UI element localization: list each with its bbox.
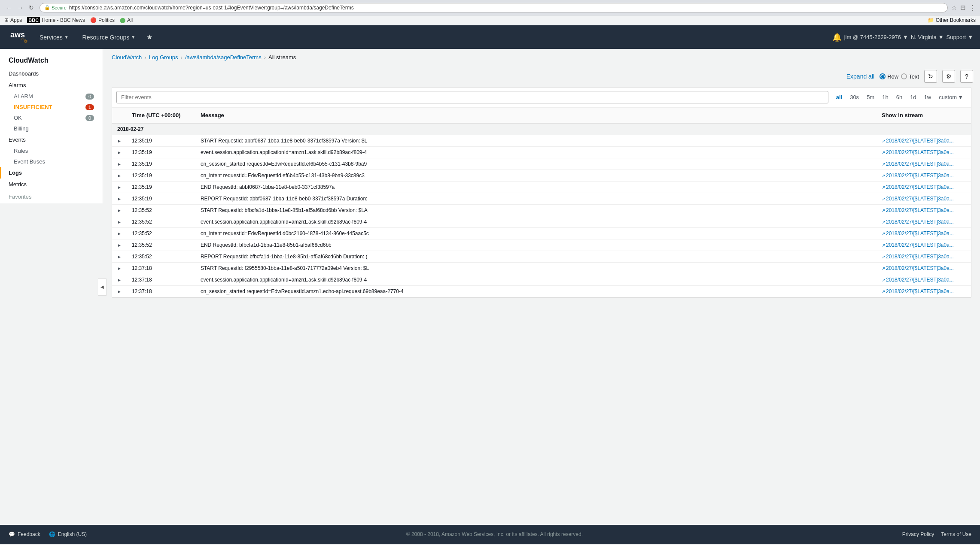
expand-arrow-icon[interactable]: ► [117,208,122,213]
privacy-policy-link[interactable]: Privacy Policy [902,531,934,537]
expand-cell[interactable]: ► [112,147,127,158]
table-row[interactable]: ► 12:35:19 on_session_started requestId=… [112,158,971,170]
sidebar-item-metrics[interactable]: Metrics [0,179,103,190]
feedback-button[interactable]: 💬 Feedback [9,531,40,537]
stream-link[interactable]: ↗2018/02/27/[$LATEST]3a0a... [882,219,966,225]
table-row[interactable]: ► 12:35:19 REPORT RequestId: abbf0687-1b… [112,193,971,205]
stream-link[interactable]: ↗2018/02/27/[$LATEST]3a0a... [882,173,966,179]
stream-link[interactable]: ↗2018/02/27/[$LATEST]3a0a... [882,254,966,260]
stream-link[interactable]: ↗2018/02/27/[$LATEST]3a0a... [882,161,966,167]
table-row[interactable]: ► 12:35:52 event.session.application.app… [112,216,971,228]
time-1w-button[interactable]: 1w [921,92,935,102]
pin-icon[interactable]: ★ [146,33,152,41]
stream-link[interactable]: ↗2018/02/27/[$LATEST]3a0a... [882,242,966,248]
expand-arrow-icon[interactable]: ► [117,197,122,201]
breadcrumb-cloudwatch[interactable]: CloudWatch [112,54,142,61]
region-menu[interactable]: N. Virginia ▼ [911,34,944,40]
expand-arrow-icon[interactable]: ► [117,254,122,259]
table-row[interactable]: ► 12:35:52 on_intent requestId=EdwReques… [112,228,971,239]
stream-link[interactable]: ↗2018/02/27/[$LATEST]3a0a... [882,230,966,236]
table-row[interactable]: ► 12:35:19 START RequestId: abbf0687-1bb… [112,135,971,147]
sidebar-item-events[interactable]: Events [0,134,103,145]
settings-button[interactable]: ⚙ [942,70,955,83]
expand-cell[interactable]: ► [112,193,127,205]
table-row[interactable]: ► 12:35:19 on_intent requestId=EdwReques… [112,170,971,182]
row-radio-button[interactable] [880,73,886,79]
table-row[interactable]: ► 12:35:52 START RequestId: bfbcfa1d-1bb… [112,205,971,216]
table-row[interactable]: ► 12:35:52 END RequestId: bfbcfa1d-1bba-… [112,239,971,251]
sidebar-item-rules[interactable]: Rules [0,145,103,156]
table-row[interactable]: ► 12:35:19 event.session.application.app… [112,147,971,158]
sidebar-item-logs[interactable]: Logs [0,167,103,179]
expand-arrow-icon[interactable]: ► [117,162,122,167]
bookmark-all[interactable]: ⬤ All [120,17,133,23]
expand-arrow-icon[interactable]: ► [117,231,122,236]
expand-cell[interactable]: ► [112,228,127,239]
expand-cell[interactable]: ► [112,286,127,297]
expand-arrow-icon[interactable]: ► [117,139,122,143]
sidebar-item-dashboards[interactable]: Dashboards [0,68,103,79]
table-row[interactable]: ► 12:37:18 event.session.application.app… [112,274,971,286]
expand-cell[interactable]: ► [112,216,127,228]
expand-cell[interactable]: ► [112,239,127,251]
terms-of-use-link[interactable]: Terms of Use [941,531,971,537]
help-button[interactable]: ? [960,70,973,83]
breadcrumb-log-groups[interactable]: Log Groups [149,54,178,61]
expand-cell[interactable]: ► [112,205,127,216]
expand-arrow-icon[interactable]: ► [117,185,122,190]
resource-groups-nav-item[interactable]: Resource Groups ▼ [80,25,138,49]
stream-link[interactable]: ↗2018/02/27/[$LATEST]3a0a... [882,149,966,155]
language-selector[interactable]: 🌐 English (US) [49,531,87,537]
forward-button[interactable]: → [15,3,25,12]
sidebar-item-event-buses[interactable]: Event Buses [0,156,103,167]
expand-arrow-icon[interactable]: ► [117,150,122,155]
sidebar-toggle-button[interactable]: ◀ [98,279,107,296]
support-menu[interactable]: Support ▼ [947,34,973,40]
bookmark-politics[interactable]: 🔴 Politics [90,17,115,23]
bell-icon[interactable]: 🔔 [832,33,842,42]
expand-cell[interactable]: ► [112,263,127,274]
bookmark-apps[interactable]: ⊞ Apps [4,17,22,23]
sidebar-item-billing[interactable]: Billing [0,123,103,134]
breadcrumb-lambda-group[interactable]: /aws/lambda/sageDefineTerms [185,54,262,61]
stream-link[interactable]: ↗2018/02/27/[$LATEST]3a0a... [882,277,966,283]
sidebar-item-alarms[interactable]: Alarms [0,79,103,91]
stream-link[interactable]: ↗2018/02/27/[$LATEST]3a0a... [882,207,966,213]
text-view-option[interactable]: Text [901,73,919,80]
extension-button[interactable]: ⊟ [960,4,966,12]
expand-arrow-icon[interactable]: ► [117,173,122,178]
bookmark-bbc[interactable]: BBC Home - BBC News [27,17,85,23]
aws-logo[interactable]: aws ⁀⏣ [7,31,28,44]
expand-all-button[interactable]: Expand all [846,73,874,80]
time-all-button[interactable]: all [833,92,846,102]
row-view-option[interactable]: Row [880,73,898,80]
user-menu[interactable]: jim @ 7445-2629-2976 ▼ [844,34,908,40]
sidebar-item-ok[interactable]: OK 0 [0,112,103,123]
time-30s-button[interactable]: 30s [846,92,862,102]
time-5m-button[interactable]: 5m [863,92,878,102]
expand-cell[interactable]: ► [112,158,127,170]
expand-cell[interactable]: ► [112,251,127,263]
expand-cell[interactable]: ► [112,182,127,193]
table-row[interactable]: ► 12:37:18 START RequestId: f2955580-1bb… [112,263,971,274]
refresh-events-button[interactable]: ↻ [924,70,937,83]
back-button[interactable]: ← [4,3,14,12]
time-1d-button[interactable]: 1d [907,92,919,102]
stream-link[interactable]: ↗2018/02/27/[$LATEST]3a0a... [882,196,966,202]
refresh-button[interactable]: ↻ [27,3,36,12]
address-bar[interactable]: 🔒 Secure https://console.aws.amazon.com/… [40,3,948,12]
table-row[interactable]: ► 12:35:19 END RequestId: abbf0687-1bba-… [112,182,971,193]
time-1h-button[interactable]: 1h [879,92,892,102]
expand-cell[interactable]: ► [112,274,127,286]
expand-arrow-icon[interactable]: ► [117,278,122,282]
other-bookmarks[interactable]: 📁 Other Bookmarks [928,17,976,23]
stream-link[interactable]: ↗2018/02/27/[$LATEST]3a0a... [882,138,966,144]
stream-link[interactable]: ↗2018/02/27/[$LATEST]3a0a... [882,265,966,271]
expand-arrow-icon[interactable]: ► [117,220,122,224]
time-custom-button[interactable]: custom ▼ [935,92,967,102]
sidebar-item-insufficient[interactable]: INSUFFICIENT 1 [0,102,103,112]
expand-arrow-icon[interactable]: ► [117,266,122,271]
expand-cell[interactable]: ► [112,135,127,147]
expand-arrow-icon[interactable]: ► [117,289,122,294]
stream-link[interactable]: ↗2018/02/27/[$LATEST]3a0a... [882,184,966,190]
